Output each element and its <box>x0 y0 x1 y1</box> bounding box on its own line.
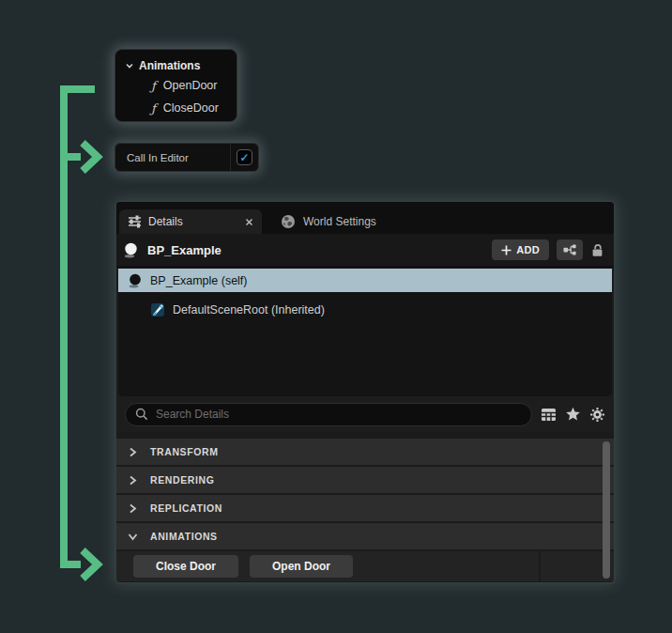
tab-details-label: Details <box>148 215 238 228</box>
function-icon: ƒ <box>151 80 156 92</box>
search-icon <box>135 408 148 421</box>
details-object-header: BP_Example ADD <box>116 234 614 268</box>
lock-button[interactable] <box>591 243 603 257</box>
column-divider <box>539 551 541 581</box>
call-in-editor-row: Call In Editor ✓ <box>115 143 259 172</box>
section-animations[interactable]: ANIMATIONS <box>116 523 614 549</box>
scene-component-icon <box>150 302 165 317</box>
animations-context-menu: Animations ƒ OpenDoor ƒ CloseDoor <box>115 49 237 122</box>
tab-world-settings[interactable]: World Settings <box>267 209 389 234</box>
details-panel: Details World Settings BP_Examp <box>115 200 616 584</box>
section-transform[interactable]: TRANSFORM <box>116 439 614 465</box>
check-icon: ✓ <box>239 151 249 162</box>
animations-menu-header[interactable]: Animations <box>115 57 237 74</box>
edit-blueprint-button[interactable] <box>557 239 583 260</box>
close-icon[interactable] <box>245 218 253 226</box>
globe-icon <box>281 214 296 229</box>
actor-sphere-icon <box>128 273 143 288</box>
menu-item-opendoor[interactable]: ƒ OpenDoor <box>115 74 237 97</box>
details-tabbar: Details World Settings <box>116 202 614 234</box>
function-icon: ƒ <box>151 102 156 115</box>
details-search-row: Search Details <box>116 396 614 432</box>
details-sections: TRANSFORM RENDERING REPLICATION ANIMATIO… <box>116 432 614 584</box>
chevron-right-icon <box>127 475 138 486</box>
chevron-down-icon <box>127 533 138 541</box>
search-details-input[interactable]: Search Details <box>125 403 532 426</box>
tree-row-defaultsceneroot[interactable]: DefaultSceneRoot (Inherited) <box>118 298 612 321</box>
property-matrix-icon[interactable] <box>541 408 557 422</box>
close-door-button[interactable]: Close Door <box>133 555 238 578</box>
settings-gear-icon[interactable] <box>589 407 605 423</box>
menu-item-closedoor[interactable]: ƒ CloseDoor <box>115 97 237 119</box>
call-in-editor-checkbox[interactable]: ✓ <box>237 149 252 165</box>
blueprint-hierarchy-icon <box>562 242 577 257</box>
add-component-button[interactable]: ADD <box>492 239 549 260</box>
object-title: BP_Example <box>147 243 492 257</box>
tree-row-label: BP_Example (self) <box>150 274 248 287</box>
section-rendering[interactable]: RENDERING <box>116 467 614 493</box>
call-in-editor-label: Call In Editor <box>115 152 230 163</box>
section-replication[interactable]: REPLICATION <box>116 495 614 521</box>
divider <box>230 144 231 171</box>
search-toolbar <box>541 407 605 423</box>
unlock-icon <box>591 243 603 257</box>
chevron-right-icon <box>127 447 138 457</box>
tree-row-label: DefaultSceneRoot (Inherited) <box>173 303 325 316</box>
details-sliders-icon <box>128 215 142 228</box>
favorites-star-icon[interactable] <box>565 407 581 422</box>
tab-world-settings-label: World Settings <box>303 215 376 228</box>
plus-icon <box>501 245 512 255</box>
chevron-down-icon <box>124 61 135 70</box>
animation-buttons-row: Close Door Open Door <box>116 551 614 581</box>
unreal-editor-screenshot: Animations ƒ OpenDoor ƒ CloseDoor Call I… <box>0 0 672 633</box>
vertical-scrollbar[interactable] <box>603 441 610 579</box>
chevron-right-icon <box>127 503 138 514</box>
actor-sphere-icon <box>123 242 139 258</box>
search-placeholder: Search Details <box>156 408 229 421</box>
animations-menu-title: Animations <box>139 59 200 72</box>
component-tree: BP_Example (self) DefaultSceneRoot (Inhe… <box>118 268 612 396</box>
open-door-button[interactable]: Open Door <box>250 555 353 578</box>
tab-details[interactable]: Details <box>119 209 262 234</box>
tree-row-bp-example-self[interactable]: BP_Example (self) <box>118 269 612 292</box>
